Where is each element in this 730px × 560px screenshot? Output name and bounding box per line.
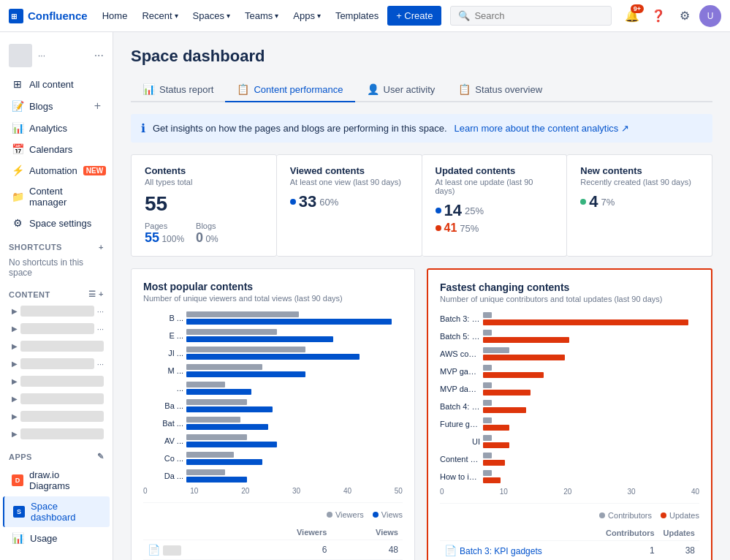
chart-bar-row: M ... [143,364,403,377]
bar-secondary [186,389,251,395]
nav-templates[interactable]: Templates [330,6,384,26]
confluence-logo-icon: ⊞ [9,9,23,23]
settings-button[interactable]: ⚙ [673,4,696,28]
sidebar-item-content-manager[interactable]: 📁 Content manager [3,181,110,212]
notifications-button[interactable]: 🔔 9+ [620,4,644,28]
nav-apps[interactable]: Apps ▾ [287,6,327,26]
chart-bar-row: JI ... [143,347,403,360]
legend-updates: Updates [661,511,699,520]
shortcuts-add-icon[interactable]: + [99,243,104,251]
tree-item-5[interactable]: ▶ item [3,373,110,390]
stats-row: Contents All types total 55 Pages 55 100… [131,154,712,257]
table-page-link[interactable]: Batch 3: KPI gadgets [460,546,542,556]
chevron-down-icon: ▾ [175,12,178,20]
fastest-data-table: Contributors Updates 📄Batch 3: KPI gadge… [440,526,699,560]
nav-spaces[interactable]: Spaces ▾ [187,6,236,26]
chart-bar-row: Batch 5: 'Eng... [440,330,699,343]
main-content: Space dashboard 📊 Status report 📋 Conten… [113,32,730,560]
table-col-title [143,525,243,540]
tree-item-7[interactable]: ▶ item [3,408,110,425]
chart-bar-row: AV ... [143,434,403,447]
blog-icon: 📝 [12,100,23,112]
chart-bar-row: ... [143,382,403,395]
add-blog-icon[interactable]: + [94,99,101,113]
content-tabs: 📊 Status report 📋 Content performance 👤 … [131,77,712,102]
logo[interactable]: ⊞ Confluence [9,9,88,23]
avatar[interactable]: U [699,5,721,27]
sidebar-item-all-content[interactable]: ⊞ All content [3,74,110,94]
nav-recent[interactable]: Recent ▾ [136,6,183,26]
search-bar[interactable]: 🔍 [450,6,612,26]
sidebar-item-automation[interactable]: ⚡ Automation NEW [3,160,110,181]
sidebar-workspace-row: ··· ··· [0,38,113,73]
bar-secondary [186,371,305,377]
content-section-header: CONTENT ☰ + [0,281,113,302]
add-content-icon[interactable]: + [99,290,104,299]
chart-bar-row: UI [440,435,699,448]
tree-item-3[interactable]: ▶ item [3,338,110,355]
popular-bar-chart: B ...E ...JI ...M ......Ba ...Bat ...AV … [143,311,403,495]
bar-secondary [483,407,526,413]
bar-primary [483,365,492,371]
topnav-actions: 🔔 9+ ❓ ⚙ U [620,4,721,28]
tree-item-4[interactable]: ▶ item ··· [3,355,110,372]
sidebar-item-usage[interactable]: 📊 Usage [3,528,110,548]
sidebar-item-space-dashboard[interactable]: S Space dashboard [3,496,110,527]
sidebar-item-blogs[interactable]: 📝 Blogs + [3,95,110,117]
tree-item-6[interactable]: ▶ item [3,390,110,407]
legend-viewers: Viewers [327,510,364,519]
sidebar-item-space-settings[interactable]: ⚙ Space settings [3,213,110,233]
content-section-actions: ☰ + [88,290,104,299]
bar-primary [186,329,277,335]
bar-primary [483,382,492,388]
tab-user-activity[interactable]: 👤 User activity [355,77,447,102]
bar-secondary [483,372,544,378]
legend-views-dot [373,512,379,518]
bar-primary [186,347,305,352]
table-col-viewers: Viewers [243,525,331,540]
analytics-icon: 📊 [12,122,23,134]
usage-icon: 📊 [12,532,24,544]
page-title: Space dashboard [131,47,712,66]
chevron-down-icon: ▾ [317,12,321,20]
tab-content-performance[interactable]: 📋 Content performance [225,77,354,102]
sidebar-item-calendars[interactable]: 📅 Calendars [3,139,110,159]
learn-more-link[interactable]: Learn more about the content analytics ↗ [455,123,629,134]
notification-badge: 9+ [631,4,644,13]
bar-primary [483,347,509,353]
sidebar-more-icon[interactable]: ··· [94,49,104,62]
table-page-link[interactable]: Ba... [163,545,181,556]
tab-status-report[interactable]: 📊 Status report [131,77,225,102]
sidebar-item-drawio[interactable]: D draw.io Diagrams [3,465,110,496]
bar-secondary [186,477,247,483]
filter-icon[interactable]: ☰ [88,290,96,299]
apps-edit-icon[interactable]: ✎ [97,452,104,461]
help-button[interactable]: ❓ [647,4,670,28]
sidebar-item-analytics[interactable]: 📊 Analytics [3,118,110,138]
nav-home[interactable]: Home [96,6,134,26]
shortcuts-section-header: SHORTCUTS + [0,234,113,254]
sidebar-workspace-avatar [9,44,32,67]
table-col-contributors: Contributors [601,526,659,541]
tab-status-overview[interactable]: 📋 Status overview [446,77,554,102]
chevron-down-icon: ▾ [275,12,278,20]
chevron-right-icon: ▶ [12,325,18,333]
nav-teams[interactable]: Teams ▾ [239,6,284,26]
sidebar: ··· ··· ⊞ All content 📝 Blogs + 📊 Analyt… [0,32,113,560]
bar-secondary [483,442,509,448]
fastest-bar-chart: Batch 3: KP...Batch 5: 'Eng...AWS cost o… [440,312,699,496]
pages-label: Pages 55 100% [145,222,184,246]
tree-item-8[interactable]: ▶ item [3,425,110,442]
create-button[interactable]: + Create [387,6,441,26]
grid-icon: ⊞ [12,78,23,90]
search-input[interactable] [474,10,604,21]
tree-item-1[interactable]: ▶ item ··· [3,303,110,319]
user-activity-icon: 👤 [367,83,379,95]
chart-bar-row: Da ... [143,469,403,483]
chart-bar-row: Bat ... [143,417,403,430]
drawio-app-icon: D [12,474,23,486]
settings-icon: ⚙ [12,217,23,229]
tree-item-2[interactable]: ▶ item ··· [3,320,110,337]
chart-divider [143,502,403,503]
chart-bar-row: MVP gadgets ... [440,365,699,378]
